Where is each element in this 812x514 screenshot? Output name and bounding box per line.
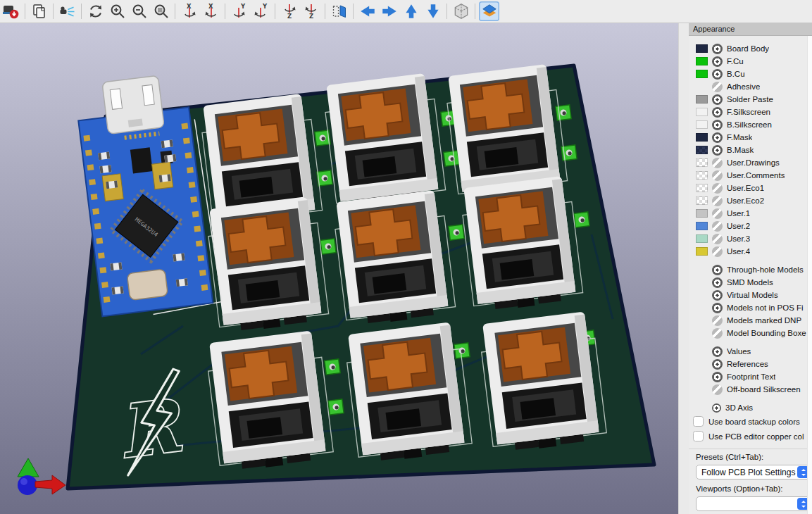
layer-color-swatch[interactable] <box>696 171 708 180</box>
visibility-eye-icon[interactable] <box>712 359 723 370</box>
layer-color-swatch[interactable] <box>696 247 708 256</box>
layer-row-bmask[interactable]: B.Mask <box>696 144 806 156</box>
layer-color-swatch[interactable] <box>696 234 708 243</box>
visibility-eye-icon[interactable] <box>712 277 723 288</box>
model-row-marked-dnp[interactable]: Models marked DNP <box>696 314 806 327</box>
rotate-z-counterclockwise-button[interactable]: Z <box>301 1 321 21</box>
model-row-through-hole[interactable]: Through-hole Models <box>696 263 806 276</box>
visibility-eye-icon[interactable] <box>712 56 723 67</box>
flip-board-button[interactable] <box>329 1 349 21</box>
layer-row-fmask[interactable]: F.Mask <box>696 131 806 144</box>
pan-up-button[interactable] <box>401 1 421 21</box>
visibility-eye-icon[interactable] <box>712 196 723 206</box>
layer-color-swatch[interactable] <box>696 133 708 142</box>
rotate-x-clockwise-button[interactable]: X <box>179 1 199 21</box>
visibility-eye-icon[interactable] <box>712 315 723 326</box>
export-image-button[interactable] <box>1 1 21 21</box>
layer-color-swatch[interactable] <box>696 95 708 104</box>
rotate-z-clockwise-button[interactable]: Z <box>279 1 299 21</box>
layer-row-bcu[interactable]: B.Cu <box>696 68 806 80</box>
use-board-stackup-colors-row[interactable]: Use board stackup colors <box>693 414 806 429</box>
visibility-eye-icon[interactable] <box>712 328 723 339</box>
orthographic-projection-button[interactable] <box>451 1 471 21</box>
refresh-view-button[interactable] <box>85 1 106 21</box>
layer-row-board-body[interactable]: Board Body <box>696 42 806 55</box>
layer-row-user-eco1[interactable]: User.Eco1 <box>696 182 806 194</box>
visibility-eye-icon[interactable] <box>712 372 723 382</box>
copy-image-button[interactable] <box>29 1 49 21</box>
layer-row-user1[interactable]: User.1 <box>696 207 806 220</box>
visibility-eye-icon[interactable] <box>712 82 723 92</box>
model-row-bounding-boxes[interactable]: Model Bounding Boxe <box>696 327 806 339</box>
layer-row-adhesive[interactable]: Adhesive <box>696 80 806 93</box>
rotate-x-counterclockwise-button[interactable]: X <box>201 1 221 21</box>
checkbox[interactable] <box>693 431 704 441</box>
text-row-offboard-silkscreen[interactable]: Off-board Silkscreen <box>696 383 806 396</box>
visibility-eye-icon[interactable] <box>712 208 723 219</box>
visibility-eye-icon[interactable] <box>712 145 723 156</box>
layer-color-swatch[interactable] <box>696 146 708 154</box>
visibility-eye-icon[interactable] <box>712 170 723 181</box>
model-row-smd[interactable]: SMD Models <box>696 276 806 289</box>
visibility-eye-icon[interactable] <box>712 107 723 118</box>
layer-color-swatch[interactable] <box>696 184 708 192</box>
viewports-select[interactable] <box>696 496 811 511</box>
layer-color-swatch[interactable] <box>696 44 708 53</box>
visibility-eye-icon[interactable] <box>712 132 723 143</box>
visibility-eye-icon[interactable] <box>712 183 723 194</box>
checkbox[interactable] <box>693 416 704 427</box>
layer-row-fcu[interactable]: F.Cu <box>696 55 806 68</box>
layer-color-swatch[interactable] <box>696 158 708 167</box>
rotate-y-counterclockwise-button[interactable]: Y <box>251 1 271 21</box>
visibility-eye-icon[interactable] <box>712 346 723 357</box>
layer-row-user3[interactable]: User.3 <box>696 232 806 245</box>
visibility-eye-icon[interactable] <box>712 120 723 130</box>
layer-row-user2[interactable]: User.2 <box>696 220 806 232</box>
layer-row-user-comments[interactable]: User.Comments <box>696 169 806 182</box>
toggle-appearance-manager-button[interactable] <box>479 1 499 21</box>
layer-row-user4[interactable]: User.4 <box>696 245 806 258</box>
layer-row-user-drawings[interactable]: User.Drawings <box>696 156 806 169</box>
model-row-virtual[interactable]: Virtual Models <box>696 289 806 301</box>
layer-color-swatch[interactable] <box>696 108 708 116</box>
panel-scrollbar[interactable] <box>807 36 812 514</box>
zoom-to-fit-button[interactable] <box>151 1 171 21</box>
layer-color-swatch[interactable] <box>696 70 708 78</box>
layer-row-bsilkscreen[interactable]: B.Silkscreen <box>696 118 806 131</box>
zoom-in-button[interactable] <box>107 1 127 21</box>
layer-color-swatch[interactable] <box>696 209 708 218</box>
model-row-not-in-pos[interactable]: Models not in POS Fi <box>696 301 806 314</box>
visibility-eye-icon[interactable] <box>712 246 723 257</box>
visibility-eye-icon[interactable] <box>712 44 723 54</box>
zoom-out-button[interactable] <box>129 1 149 21</box>
layer-color-swatch[interactable] <box>696 57 708 65</box>
visibility-eye-icon[interactable] <box>712 403 721 413</box>
visibility-eye-icon[interactable] <box>712 94 723 105</box>
presets-select[interactable]: Follow PCB Plot Settings <box>696 465 811 479</box>
pan-left-button[interactable] <box>357 1 377 21</box>
layer-row-user-eco2[interactable]: User.Eco2 <box>696 194 806 207</box>
visibility-eye-icon[interactable] <box>712 384 723 395</box>
visibility-eye-icon[interactable] <box>712 290 723 301</box>
layer-color-swatch[interactable] <box>696 120 708 129</box>
row-3d-axis[interactable]: 3D Axis <box>696 401 806 414</box>
layer-color-swatch[interactable] <box>696 196 708 205</box>
pan-right-button[interactable] <box>379 1 399 21</box>
layer-row-solder-paste[interactable]: Solder Paste <box>696 93 806 106</box>
layer-row-fsilkscreen[interactable]: F.Silkscreen <box>696 106 806 118</box>
pan-down-button[interactable] <box>423 1 443 21</box>
layer-color-swatch[interactable] <box>696 222 708 230</box>
3d-viewport[interactable]: MEGA32U4 R <box>0 23 678 514</box>
text-row-references[interactable]: References <box>696 358 806 370</box>
visibility-eye-icon[interactable] <box>712 265 723 275</box>
render-raytracing-button[interactable] <box>57 1 77 21</box>
visibility-eye-icon[interactable] <box>712 69 723 80</box>
visibility-eye-icon[interactable] <box>712 158 723 168</box>
use-pcb-editor-copper-colors-row[interactable]: Use PCB editor copper col <box>693 429 806 444</box>
text-row-footprint-text[interactable]: Footprint Text <box>696 370 806 383</box>
visibility-eye-icon[interactable] <box>712 234 723 244</box>
key-switch-grid[interactable] <box>199 63 607 473</box>
visibility-eye-icon[interactable] <box>712 221 723 232</box>
rotate-y-clockwise-button[interactable]: Y <box>229 1 249 21</box>
text-row-values[interactable]: Values <box>696 345 806 358</box>
